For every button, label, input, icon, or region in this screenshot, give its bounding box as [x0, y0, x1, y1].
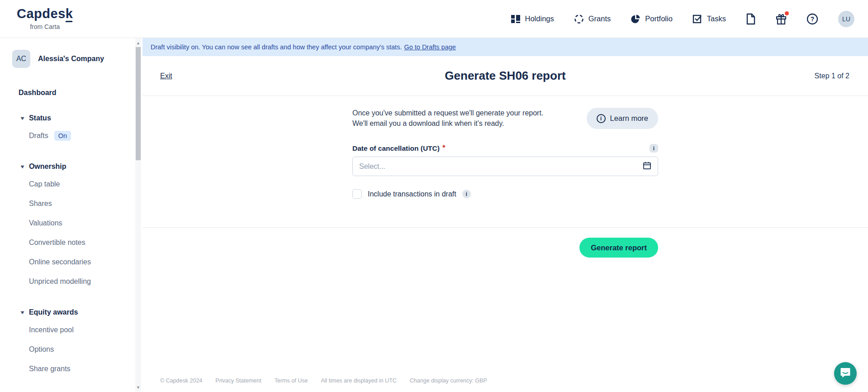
page-title: Generate SH06 report	[142, 69, 868, 83]
help-icon[interactable]: ?	[806, 13, 818, 25]
sidebar-item-online-secondaries[interactable]: Online secondaries	[29, 252, 142, 272]
top-navigation: Holdings Grants Portfolio Ta	[511, 11, 854, 27]
nav-tasks[interactable]: Tasks	[693, 14, 726, 24]
sidebar-header-status[interactable]: ▼ Status	[20, 110, 142, 126]
date-info-icon[interactable]: i	[650, 144, 658, 153]
include-transactions-checkbox[interactable]	[352, 189, 362, 199]
info-circle-icon: i	[597, 114, 606, 123]
company-switcher[interactable]: AC Alessia's Company	[12, 50, 142, 68]
nav-portfolio[interactable]: Portfolio	[631, 14, 673, 24]
step-indicator: Step 1 of 2	[815, 72, 849, 80]
nav-tasks-label: Tasks	[707, 14, 726, 23]
required-asterisk: *	[442, 144, 446, 151]
sidebar: AC Alessia's Company Dashboard ▼ Status …	[0, 38, 142, 392]
company-name: Alessia's Company	[38, 55, 104, 63]
logo-brand-text: Capdesk	[17, 7, 73, 20]
report-form: Once you've submitted a request we'll ge…	[142, 96, 868, 227]
sidebar-item-options[interactable]: Options	[29, 339, 142, 359]
chevron-down-icon: ▼	[19, 115, 26, 121]
footer: © Capdesk 2024 Privacy Statement Terms o…	[160, 378, 487, 384]
documents-icon[interactable]	[746, 13, 756, 25]
chevron-down-icon: ▼	[19, 164, 26, 169]
logo-subtitle: from Carta	[17, 23, 73, 30]
nav-grants[interactable]: Grants	[574, 14, 611, 24]
footer-copyright: © Capdesk 2024	[160, 378, 202, 384]
pie-chart-icon	[631, 14, 640, 24]
chevron-down-icon: ▼	[19, 310, 26, 315]
exit-link[interactable]: Exit	[160, 72, 172, 80]
scrollbar-thumb[interactable]	[136, 47, 141, 160]
sidebar-section-ownership: ▼ Ownership Cap table Shares Valuations …	[0, 159, 142, 291]
draft-visibility-banner: Draft visibility on. You can now see all…	[142, 38, 868, 56]
learn-more-button[interactable]: i Learn more	[587, 108, 658, 129]
select-placeholder: Select...	[359, 163, 385, 171]
sidebar-item-convertible-notes[interactable]: Convertible notes	[29, 233, 142, 252]
sidebar-item-share-grants[interactable]: Share grants	[29, 359, 142, 378]
generate-report-button[interactable]: Generate report	[579, 238, 658, 258]
go-to-drafts-link[interactable]: Go to Drafts page	[404, 43, 455, 51]
intro-text: Once you've submitted a request we'll ge…	[352, 108, 543, 129]
banner-text: Draft visibility on. You can now see all…	[151, 43, 402, 51]
wizard-header: Exit Generate SH06 report Step 1 of 2	[142, 56, 868, 96]
footer-utc-note: All times are displayed in UTC	[321, 378, 396, 384]
nav-portfolio-label: Portfolio	[645, 14, 673, 23]
grid-icon	[511, 14, 521, 24]
date-field-label: Date of cancellation (UTC) *	[352, 144, 446, 153]
sidebar-item-dashboard[interactable]: Dashboard	[19, 89, 142, 97]
capdesk-logo[interactable]: Capdesk from Carta	[17, 7, 73, 30]
notification-dot	[785, 11, 789, 15]
sidebar-item-drafts[interactable]: Drafts On	[29, 126, 142, 145]
actions-zone: Generate report	[142, 228, 868, 258]
main-panel: Draft visibility on. You can now see all…	[142, 38, 868, 392]
checkbox-label: Include transactions in draft	[368, 190, 456, 198]
sidebar-header-equity-awards[interactable]: ▼ Equity awards	[20, 305, 142, 320]
date-select-input[interactable]: Select...	[352, 157, 658, 176]
scroll-up-arrow[interactable]: ▲	[135, 40, 141, 46]
nav-holdings[interactable]: Holdings	[511, 14, 554, 24]
calendar-icon[interactable]	[643, 161, 651, 172]
checkbox-info-icon[interactable]: i	[462, 190, 471, 198]
drafts-on-badge: On	[54, 131, 71, 141]
sidebar-item-unpriced-modelling[interactable]: Unpriced modelling	[29, 272, 142, 291]
chat-bubble-icon	[840, 367, 851, 380]
checked-box-icon	[693, 14, 702, 24]
sidebar-item-valuations[interactable]: Valuations	[29, 213, 142, 233]
dashed-circle-icon	[574, 14, 584, 24]
company-avatar: AC	[12, 50, 30, 68]
sidebar-header-ownership[interactable]: ▼ Ownership	[20, 159, 142, 174]
sidebar-item-shares[interactable]: Shares	[29, 194, 142, 213]
user-avatar[interactable]: LU	[838, 11, 854, 27]
footer-terms-link[interactable]: Terms of Use	[275, 378, 308, 384]
scroll-down-arrow[interactable]: ▼	[135, 384, 141, 391]
sidebar-scrollbar[interactable]: ▲ ▼	[135, 38, 141, 392]
logo-underline	[66, 21, 72, 22]
sidebar-section-equity-awards: ▼ Equity awards Incentive pool Options S…	[0, 305, 142, 378]
svg-text:?: ?	[811, 15, 815, 23]
sidebar-item-cap-table[interactable]: Cap table	[29, 174, 142, 194]
chat-launcher-button[interactable]	[834, 362, 857, 385]
top-header: Capdesk from Carta Holdings Grants	[0, 0, 868, 38]
nav-holdings-label: Holdings	[525, 14, 554, 23]
gift-icon[interactable]	[776, 13, 787, 25]
sidebar-item-incentive-pool[interactable]: Incentive pool	[29, 320, 142, 339]
footer-privacy-link[interactable]: Privacy Statement	[215, 378, 261, 384]
footer-currency-link[interactable]: Change display currency: GBP	[410, 378, 487, 384]
nav-grants-label: Grants	[588, 14, 611, 23]
sidebar-section-status: ▼ Status Drafts On	[0, 110, 142, 145]
